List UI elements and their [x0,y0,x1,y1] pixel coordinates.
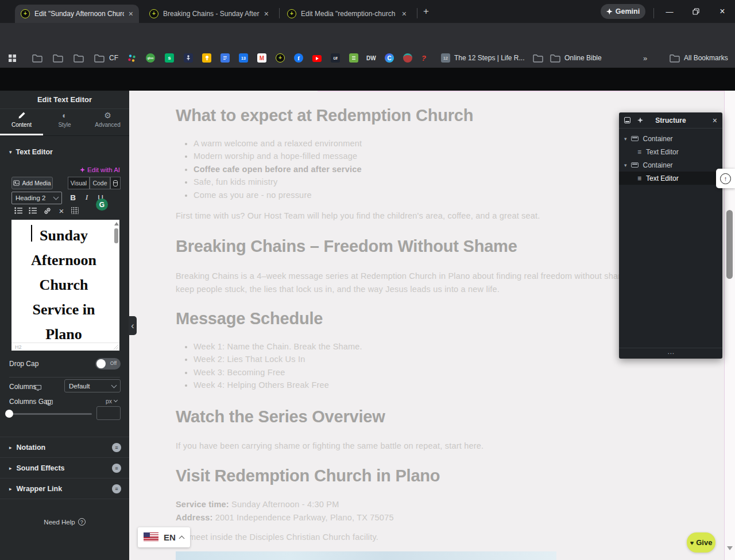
bookmark-slack-icon[interactable] [127,53,136,63]
structure-footer-handle[interactable]: ⋯ [619,348,722,359]
service-time-line[interactable]: Service time: Sunday Afternoon - 4:30 PM [176,500,339,509]
columns-gap-input[interactable] [96,406,121,420]
numbered-list-icon[interactable] [27,206,38,215]
bookmark-bulb-icon[interactable] [202,53,211,63]
tab-close-icon[interactable]: × [402,10,407,18]
bookmark-c-icon[interactable]: C [385,53,394,63]
host-team-line[interactable]: First time with us? Our Host Team will h… [176,211,540,220]
bookmark-facebook-icon[interactable]: f [294,53,303,63]
heading-schedule[interactable]: Message Schedule [176,309,323,328]
bookmark-folder[interactable] [53,53,63,63]
scrollbar-up-arrow[interactable] [114,222,119,225]
code-tab[interactable]: Code [90,177,110,189]
toolbar-toggle-button[interactable] [110,177,121,189]
meet-line[interactable]: meet inside the Disciples Christian Chur… [189,532,378,542]
preview-scrollbar-thumb[interactable] [726,210,733,279]
columns-gap-slider-handle[interactable] [5,410,13,418]
gemini-button[interactable]: Gemini [601,4,645,19]
bookmark-redemption-icon[interactable]: + [276,53,285,63]
bookmark-dw[interactable]: DW [366,53,376,63]
tree-item-container-1[interactable]: ▾ Container [619,132,722,145]
drop-cap-toggle[interactable]: Off [95,358,121,370]
bookmark-folder[interactable] [74,53,84,63]
language-selector[interactable]: EN [138,527,190,547]
format-select[interactable]: Heading 2 [11,192,62,204]
columns-select[interactable]: Default [64,379,121,392]
need-help-link[interactable]: Need Help ? [0,518,129,526]
close-icon[interactable]: × [713,116,717,125]
columns-gap-slider-track[interactable] [9,413,92,415]
bookmark-subsplash-icon[interactable]: s [165,53,174,63]
preview-scrollbar-track[interactable] [724,91,735,560]
list-item[interactable]: Week 2: Lies That Lock Us In [176,355,362,367]
unit-selector[interactable]: px [106,398,117,405]
tab-close-icon[interactable]: × [264,10,269,18]
list-item[interactable]: Modern worship and a hope-filled message [176,151,362,164]
dock-panel-icon[interactable] [624,117,630,123]
all-bookmarks-folder[interactable]: All Bookmarks [670,53,728,63]
caret-down-icon[interactable]: ▾ [624,136,627,142]
apps-grid-icon[interactable] [8,53,17,63]
preview-scrollbar-down-arrow[interactable] [727,546,733,550]
list-item[interactable]: Safe, fun kids ministry [176,177,362,190]
close-x-icon[interactable]: × [56,206,67,215]
minimize-button[interactable]: — [657,0,682,23]
tree-item-container-2[interactable]: ▾ Container [619,158,722,172]
caret-down-icon[interactable]: ▾ [624,162,627,168]
bold-button[interactable]: B [68,192,78,203]
section-wrapper-link[interactable]: ▸ Wrapper Link ≡ [0,478,129,499]
browser-tab-2[interactable]: + Breaking Chains - Sunday Aftern × [144,5,274,23]
tab-content[interactable]: Content [0,111,43,135]
bookmark-cf[interactable]: CF [109,53,118,63]
bookmark-docs-icon[interactable] [220,53,230,63]
panel-collapse-handle[interactable]: ‹ [129,316,137,335]
text-editor-section-header[interactable]: ▾ Text Editor [9,148,53,156]
expect-list[interactable]: A warm welcome and a relaxed environment… [176,139,362,203]
text-editor-content-area[interactable]: Sunday Afternoon Church Service in Plano [11,220,119,343]
browser-tab-3[interactable]: + Edit Media "redemption-church × [281,5,412,23]
tab-close-icon[interactable]: × [129,10,133,18]
tab-style[interactable]: ◐ Style [43,111,86,135]
bookmark-youtube-icon[interactable] [312,53,322,63]
bookmark-folder[interactable] [533,53,543,63]
bookmark-folder[interactable] [32,53,42,63]
bookmark-12-steps[interactable]: 12 The 12 Steps | Life R... [441,53,525,63]
series-image-top-edge[interactable] [176,551,556,560]
edit-with-ai-button[interactable]: Edit with AI [80,166,120,173]
bookmark-online-bible-folder[interactable]: Online Bible [550,53,602,63]
bookmark-arch-icon[interactable] [403,53,412,63]
editor-scrollbar[interactable] [114,221,119,341]
list-item[interactable]: Come as you are - no pressure [176,190,362,203]
tab-advanced[interactable]: ⚙ Advanced [86,111,129,135]
heading-visit[interactable]: Visit Redemption Church in Plano [176,466,440,485]
tree-item-text-editor-2-selected[interactable]: ≡ Text Editor [619,172,722,185]
italic-button[interactable]: I [82,192,92,203]
bookmark-calendar-icon[interactable]: 13 [239,53,248,63]
bookmarks-overflow-chevrons[interactable]: » [643,53,647,63]
bookmark-figure-icon[interactable] [184,53,193,63]
new-tab-button[interactable]: + [420,6,432,17]
add-media-button[interactable]: Add Media [11,177,53,189]
close-window-button[interactable]: × [710,0,735,23]
table-icon[interactable] [69,206,80,215]
bookmark-squiggle-icon[interactable]: ? [421,53,426,63]
resize-grip[interactable] [114,345,118,349]
bullet-list-icon[interactable] [13,206,24,215]
scrollbar-thumb[interactable] [114,228,118,243]
list-item[interactable]: Week 4: Helping Others Break Free [176,380,362,393]
browser-tab-1[interactable]: + Edit "Sunday Afternoon Church × [15,5,139,23]
bookmark-folder[interactable] [94,53,105,63]
tree-item-text-editor-1[interactable]: ≡ Text Editor [619,145,722,158]
grammarly-badge[interactable]: G [96,199,108,211]
heading-expect[interactable]: What to expect at Redemption Church [176,106,473,125]
editor-text[interactable]: Sunday Afternoon Church Service in Plano [11,223,116,343]
responsive-monitor-icon[interactable] [46,398,53,408]
bookmark-gmail-icon[interactable]: M [257,53,266,63]
watch-line[interactable]: If you have been carrying shame or fight… [176,441,483,450]
list-item[interactable]: Coffee cafe open before and after servic… [176,165,362,177]
bookmark-gloo-icon[interactable]: gloo [146,53,155,63]
address-line[interactable]: Address: 2001 Independence Parkway, Plan… [176,513,394,522]
scroll-to-top-button[interactable]: ↑ [716,169,735,188]
give-button[interactable]: ♥ Give [687,532,715,553]
heading-breaking-chains[interactable]: Breaking Chains – Freedom Without Shame [176,237,517,256]
